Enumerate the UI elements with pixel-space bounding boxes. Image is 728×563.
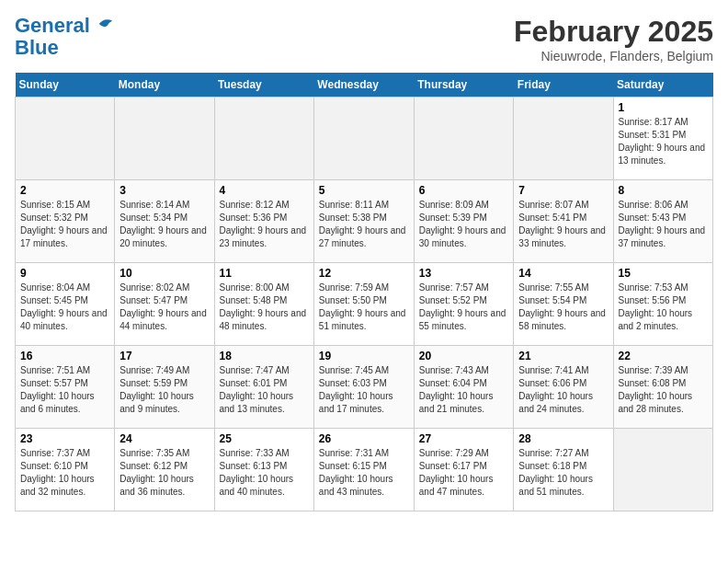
calendar-cell: 12Sunrise: 7:59 AM Sunset: 5:50 PM Dayli… — [313, 263, 414, 346]
day-number: 25 — [220, 432, 309, 445]
logo-line1: General — [15, 14, 90, 37]
day-number: 3 — [119, 184, 209, 197]
day-number: 23 — [20, 432, 109, 445]
calendar-cell: 14Sunrise: 7:55 AM Sunset: 5:54 PM Dayli… — [514, 263, 613, 346]
header-wednesday: Wednesday — [313, 73, 414, 98]
calendar-cell: 17Sunrise: 7:49 AM Sunset: 5:59 PM Dayli… — [115, 346, 214, 429]
calendar-cell — [115, 98, 214, 180]
day-info: Sunrise: 8:15 AM Sunset: 5:32 PM Dayligh… — [20, 199, 109, 250]
calendar-cell: 23Sunrise: 7:37 AM Sunset: 6:10 PM Dayli… — [16, 429, 115, 511]
day-info: Sunrise: 8:00 AM Sunset: 5:48 PM Dayligh… — [220, 282, 309, 333]
day-info: Sunrise: 7:29 AM Sunset: 6:17 PM Dayligh… — [419, 447, 509, 499]
calendar-cell — [214, 98, 313, 180]
calendar-header-row: SundayMondayTuesdayWednesdayThursdayFrid… — [16, 73, 713, 98]
day-number: 17 — [119, 350, 209, 362]
logo: General Blue — [15, 15, 114, 59]
day-number: 19 — [319, 350, 409, 362]
calendar-week-3: 16Sunrise: 7:51 AM Sunset: 5:57 PM Dayli… — [16, 346, 713, 429]
day-number: 9 — [20, 267, 109, 280]
day-info: Sunrise: 7:33 AM Sunset: 6:13 PM Dayligh… — [220, 447, 309, 499]
header-thursday: Thursday — [414, 73, 514, 98]
day-info: Sunrise: 7:45 AM Sunset: 6:03 PM Dayligh… — [319, 364, 409, 416]
day-info: Sunrise: 7:27 AM Sunset: 6:18 PM Dayligh… — [518, 447, 608, 499]
day-info: Sunrise: 7:53 AM Sunset: 5:56 PM Dayligh… — [619, 282, 709, 333]
day-info: Sunrise: 7:51 AM Sunset: 5:57 PM Dayligh… — [20, 364, 109, 416]
calendar-cell: 20Sunrise: 7:43 AM Sunset: 6:04 PM Dayli… — [414, 346, 514, 429]
calendar-week-4: 23Sunrise: 7:37 AM Sunset: 6:10 PM Dayli… — [16, 429, 713, 511]
calendar-cell — [613, 429, 713, 511]
calendar-cell: 27Sunrise: 7:29 AM Sunset: 6:17 PM Dayli… — [414, 429, 514, 511]
calendar-cell: 16Sunrise: 7:51 AM Sunset: 5:57 PM Dayli… — [16, 346, 115, 429]
day-info: Sunrise: 7:47 AM Sunset: 6:01 PM Dayligh… — [220, 364, 309, 416]
calendar-cell: 8Sunrise: 8:06 AM Sunset: 5:43 PM Daylig… — [613, 180, 713, 263]
day-info: Sunrise: 7:41 AM Sunset: 6:06 PM Dayligh… — [518, 364, 608, 416]
day-info: Sunrise: 8:09 AM Sunset: 5:39 PM Dayligh… — [419, 199, 509, 250]
calendar-cell: 18Sunrise: 7:47 AM Sunset: 6:01 PM Dayli… — [214, 346, 313, 429]
day-number: 20 — [419, 350, 509, 362]
calendar-cell — [414, 98, 514, 180]
day-info: Sunrise: 7:59 AM Sunset: 5:50 PM Dayligh… — [319, 282, 409, 333]
day-info: Sunrise: 7:43 AM Sunset: 6:04 PM Dayligh… — [419, 364, 509, 416]
day-number: 28 — [518, 432, 608, 445]
day-info: Sunrise: 7:39 AM Sunset: 6:08 PM Dayligh… — [619, 364, 709, 416]
day-number: 27 — [419, 432, 509, 445]
calendar-cell: 6Sunrise: 8:09 AM Sunset: 5:39 PM Daylig… — [414, 180, 514, 263]
calendar-cell: 22Sunrise: 7:39 AM Sunset: 6:08 PM Dayli… — [613, 346, 713, 429]
calendar-week-2: 9Sunrise: 8:04 AM Sunset: 5:45 PM Daylig… — [16, 263, 713, 346]
day-number: 4 — [220, 184, 309, 197]
day-number: 18 — [220, 350, 309, 362]
day-number: 12 — [319, 267, 409, 280]
calendar-cell: 26Sunrise: 7:31 AM Sunset: 6:15 PM Dayli… — [313, 429, 414, 511]
calendar-table: SundayMondayTuesdayWednesdayThursdayFrid… — [15, 73, 713, 511]
calendar-cell: 5Sunrise: 8:11 AM Sunset: 5:38 PM Daylig… — [313, 180, 414, 263]
logo-line2: Blue — [15, 36, 59, 59]
day-number: 11 — [220, 267, 309, 280]
day-number: 13 — [419, 267, 509, 280]
day-info: Sunrise: 8:17 AM Sunset: 5:31 PM Dayligh… — [619, 116, 709, 167]
day-info: Sunrise: 8:14 AM Sunset: 5:34 PM Dayligh… — [119, 199, 209, 250]
day-info: Sunrise: 8:02 AM Sunset: 5:47 PM Dayligh… — [119, 282, 209, 333]
day-info: Sunrise: 8:07 AM Sunset: 5:41 PM Dayligh… — [518, 199, 608, 250]
calendar-cell: 24Sunrise: 7:35 AM Sunset: 6:12 PM Dayli… — [115, 429, 214, 511]
day-info: Sunrise: 7:37 AM Sunset: 6:10 PM Dayligh… — [20, 447, 109, 499]
day-info: Sunrise: 7:49 AM Sunset: 5:59 PM Dayligh… — [119, 364, 209, 416]
header-monday: Monday — [115, 73, 214, 98]
calendar-cell — [16, 98, 115, 180]
header-friday: Friday — [514, 73, 613, 98]
calendar-cell: 13Sunrise: 7:57 AM Sunset: 5:52 PM Dayli… — [414, 263, 514, 346]
calendar-title: February 2025 — [514, 15, 713, 49]
day-info: Sunrise: 8:06 AM Sunset: 5:43 PM Dayligh… — [619, 199, 709, 250]
day-info: Sunrise: 7:55 AM Sunset: 5:54 PM Dayligh… — [518, 282, 608, 333]
day-number: 16 — [20, 350, 109, 362]
day-number: 5 — [319, 184, 409, 197]
calendar-cell: 15Sunrise: 7:53 AM Sunset: 5:56 PM Dayli… — [613, 263, 713, 346]
day-info: Sunrise: 8:12 AM Sunset: 5:36 PM Dayligh… — [220, 199, 309, 250]
day-number: 7 — [518, 184, 608, 197]
calendar-week-0: 1Sunrise: 8:17 AM Sunset: 5:31 PM Daylig… — [16, 98, 713, 180]
calendar-cell: 11Sunrise: 8:00 AM Sunset: 5:48 PM Dayli… — [214, 263, 313, 346]
calendar-cell: 21Sunrise: 7:41 AM Sunset: 6:06 PM Dayli… — [514, 346, 613, 429]
calendar-cell: 9Sunrise: 8:04 AM Sunset: 5:45 PM Daylig… — [16, 263, 115, 346]
day-info: Sunrise: 7:35 AM Sunset: 6:12 PM Dayligh… — [119, 447, 209, 499]
day-number: 6 — [419, 184, 509, 197]
day-number: 10 — [119, 267, 209, 280]
calendar-cell: 1Sunrise: 8:17 AM Sunset: 5:31 PM Daylig… — [613, 98, 713, 180]
calendar-subtitle: Nieuwrode, Flanders, Belgium — [514, 49, 713, 63]
day-number: 24 — [119, 432, 209, 445]
calendar-cell: 3Sunrise: 8:14 AM Sunset: 5:34 PM Daylig… — [115, 180, 214, 263]
header: General Blue February 2025 Nieuwrode, Fl… — [15, 15, 713, 63]
day-number: 14 — [518, 267, 608, 280]
calendar-cell: 25Sunrise: 7:33 AM Sunset: 6:13 PM Dayli… — [214, 429, 313, 511]
calendar-cell: 19Sunrise: 7:45 AM Sunset: 6:03 PM Dayli… — [313, 346, 414, 429]
calendar-cell — [313, 98, 414, 180]
calendar-cell: 2Sunrise: 8:15 AM Sunset: 5:32 PM Daylig… — [16, 180, 115, 263]
day-info: Sunrise: 7:57 AM Sunset: 5:52 PM Dayligh… — [419, 282, 509, 333]
calendar-cell: 10Sunrise: 8:02 AM Sunset: 5:47 PM Dayli… — [115, 263, 214, 346]
day-info: Sunrise: 8:11 AM Sunset: 5:38 PM Dayligh… — [319, 199, 409, 250]
day-number: 2 — [20, 184, 109, 197]
calendar-cell — [514, 98, 613, 180]
day-number: 21 — [518, 350, 608, 362]
calendar-cell: 28Sunrise: 7:27 AM Sunset: 6:18 PM Dayli… — [514, 429, 613, 511]
header-saturday: Saturday — [613, 73, 713, 98]
header-tuesday: Tuesday — [214, 73, 313, 98]
